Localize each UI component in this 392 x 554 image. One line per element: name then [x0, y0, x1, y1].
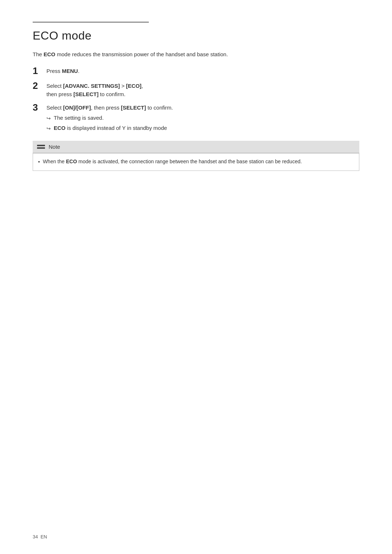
- arrow-icon-2: ↪: [46, 125, 51, 132]
- step-2-content: Select [ADVANC. SETTINGS] > [ECO], then …: [46, 80, 143, 99]
- note-bullet-1: • When the ECO mode is activated, the co…: [38, 158, 354, 166]
- step-1-number: 1: [33, 65, 46, 77]
- note-header: Note: [33, 141, 359, 153]
- sub-result-2-text: ECO is displayed instead of Y in standby…: [54, 124, 167, 132]
- step-2-select-bold: [SELECT]: [73, 91, 98, 97]
- step-2-eco-bold: [ECO]: [126, 83, 142, 89]
- page-title: ECO mode: [33, 29, 359, 42]
- step-3-content: Select [ON]/[OFF], then press [SELECT] t…: [46, 102, 173, 134]
- step-3-on-off-bold: [ON]/[OFF]: [63, 104, 91, 111]
- note-eco-bold: ECO: [66, 159, 77, 164]
- step-2-number: 2: [33, 80, 46, 91]
- top-rule: [33, 22, 149, 22]
- language: EN: [41, 534, 47, 539]
- page: ECO mode The ECO mode reduces the transm…: [0, 0, 392, 554]
- step-2-advanc-bold: [ADVANC. SETTINGS]: [63, 83, 120, 89]
- note-icon: [37, 145, 45, 149]
- step-1: 1 Press MENU.: [33, 65, 359, 77]
- sub-result-1: ↪ The setting is saved.: [46, 114, 173, 122]
- intro-text: The ECO mode reduces the transmission po…: [33, 50, 359, 59]
- note-body: • When the ECO mode is activated, the co…: [33, 153, 359, 171]
- step-2: 2 Select [ADVANC. SETTINGS] > [ECO], the…: [33, 80, 359, 99]
- sub-result-1-text: The setting is saved.: [54, 114, 104, 122]
- note-icon-bar-2: [37, 147, 45, 149]
- step-1-menu-bold: MENU: [62, 68, 78, 74]
- steps-list: 1 Press MENU. 2 Select [ADVANC. SETTINGS…: [33, 65, 359, 135]
- note-label: Note: [49, 144, 60, 150]
- eco-bold-sub2: ECO: [54, 125, 66, 131]
- step-3-select-bold: [SELECT]: [121, 104, 146, 111]
- sub-results: ↪ The setting is saved. ↪ ECO is display…: [46, 114, 173, 132]
- note-bullet-dot: •: [38, 158, 40, 166]
- step-3: 3 Select [ON]/[OFF], then press [SELECT]…: [33, 102, 359, 134]
- page-number: 34: [33, 534, 38, 539]
- eco-bold-inline: ECO: [44, 51, 56, 57]
- note-section: Note • When the ECO mode is activated, t…: [33, 141, 359, 171]
- footer: 34 EN: [33, 534, 47, 539]
- sub-result-2: ↪ ECO is displayed instead of Y in stand…: [46, 124, 173, 132]
- step-1-content: Press MENU.: [46, 65, 79, 75]
- arrow-icon-1: ↪: [46, 115, 51, 122]
- note-icon-bar-1: [37, 145, 45, 146]
- step-3-number: 3: [33, 102, 46, 113]
- note-bullet-1-text: When the ECO mode is activated, the conn…: [43, 158, 302, 166]
